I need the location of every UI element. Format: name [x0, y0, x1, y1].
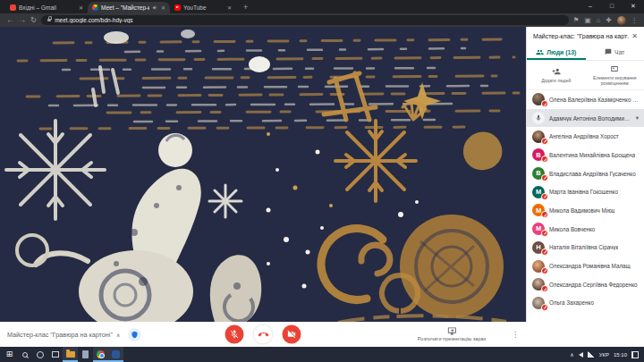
tab-gmail[interactable]: Вхідні – Gmail ✕ — [5, 2, 88, 13]
mic-off-badge — [541, 211, 548, 218]
tab-people[interactable]: Люди (13) — [527, 44, 586, 60]
participant-name: Адамчук Антоніна Володими… — [549, 115, 630, 122]
tab-title: Meet – "Майстер-клас "Грав…" — [101, 4, 149, 11]
cast-icon[interactable]: ▣ — [585, 16, 591, 24]
participant-name: Микола Вовченко — [549, 226, 595, 232]
participant-row-self[interactable]: Адамчук Антоніна Володими… ▾ — [527, 109, 644, 128]
search-icon — [22, 352, 28, 358]
meeting-name[interactable]: Майстер-клас "Гравюра на картоні" — [7, 331, 113, 339]
participant-row[interactable]: Ольга Захаренко — [527, 294, 644, 313]
reload-icon[interactable]: ↻ — [30, 16, 37, 24]
mic-off-badge — [541, 248, 548, 256]
task-view-button[interactable] — [47, 347, 63, 362]
avatar — [532, 260, 545, 273]
maximize-button[interactable]: □ — [601, 0, 623, 13]
minimize-button[interactable]: – — [580, 0, 601, 13]
tab-close-icon[interactable]: ✕ — [161, 4, 165, 11]
host-controls-icon — [610, 64, 619, 73]
url-text[interactable]: meet.google.com/bdn-hdy-vqs — [55, 17, 132, 23]
more-options-icon[interactable]: ⋮ — [512, 331, 519, 339]
file-explorer-button[interactable] — [63, 347, 78, 362]
participant-row[interactable]: Олександра Романівна Малащ — [527, 257, 644, 275]
participant-row[interactable]: Ангеліна Андріївна Хорост — [527, 127, 644, 146]
participant-row[interactable]: Олександра Сергіївна Федоренко — [527, 275, 644, 294]
blue-app-icon — [112, 350, 120, 358]
present-now-button[interactable]: Розпочати презентацію зараз — [418, 327, 486, 341]
people-panel: Майстер-клас: "Гравюра на карт… ✕ Люди (… — [526, 27, 644, 322]
folder-icon — [66, 351, 75, 358]
mic-toggle-button[interactable] — [225, 325, 244, 344]
home-icon[interactable]: ⌂ — [597, 16, 601, 24]
add-people-button[interactable]: Додати людей — [527, 67, 586, 83]
participant-row[interactable]: Н Наталія Віталіївна Сірачук — [527, 239, 644, 257]
youtube-favicon-icon — [174, 4, 181, 11]
host-shield-button[interactable] — [128, 328, 141, 341]
close-window-button[interactable]: ✕ — [623, 0, 644, 13]
mic-off-badge — [541, 100, 548, 107]
participant-row[interactable]: М Микола Вадимович Міюц — [527, 201, 644, 220]
address-bar[interactable]: meet.google.com/bdn-hdy-vqs — [41, 15, 569, 25]
bookmark-flag-icon[interactable]: ⚑ — [573, 16, 580, 24]
blue-app-button[interactable] — [108, 347, 123, 362]
shared-video — [0, 27, 526, 322]
host-controls-button[interactable]: Елементи керування розміщенням — [586, 64, 644, 87]
mic-off-icon — [230, 330, 240, 340]
new-tab-button[interactable]: + — [243, 3, 248, 13]
participant-row[interactable]: М Марта Іванівна Гокошенко — [527, 182, 644, 201]
tab-close-icon[interactable]: ✕ — [79, 4, 83, 11]
action-center-icon[interactable] — [631, 351, 639, 358]
mic-off-badge — [541, 267, 548, 274]
close-panel-icon[interactable]: ✕ — [631, 32, 638, 40]
participant-name: Владислава Андріївна Гусаченко — [549, 171, 636, 177]
hangup-button[interactable] — [254, 325, 273, 344]
tab-youtube[interactable]: YouTube ✕ — [170, 2, 236, 13]
avatar: В — [532, 167, 545, 180]
browser-menu-icon[interactable]: ⋮ — [631, 16, 639, 24]
avatar: Н — [532, 241, 545, 254]
avatar — [532, 297, 545, 309]
chat-tab-label: Чат — [614, 49, 624, 55]
toolbar-icons: ⚑ ▣ ⌂ ✚ ⋮ — [573, 16, 638, 25]
start-button[interactable]: ⊞ — [2, 347, 17, 362]
clock[interactable]: 15:10 — [614, 352, 627, 358]
participant-row[interactable]: В Владислава Андріївна Гусаченко — [527, 164, 644, 183]
volume-icon[interactable] — [579, 352, 583, 358]
search-button[interactable] — [17, 347, 32, 362]
camera-toggle-button[interactable] — [283, 325, 301, 344]
mic-icon — [535, 114, 542, 122]
participant-row[interactable]: М Микола Вовченко — [527, 220, 644, 239]
tab-audio-icon[interactable] — [152, 4, 158, 11]
system-tray: ∧ УКР 15:10 — [570, 351, 642, 358]
calculator-button[interactable] — [78, 347, 93, 362]
avatar: М — [532, 223, 545, 235]
profile-avatar[interactable] — [617, 16, 626, 25]
browser-tabstrip: Вхідні – Gmail ✕ Meet – "Майстер-клас "Г… — [0, 0, 644, 13]
participant-name: Олександра Романівна Малащ — [549, 263, 631, 269]
tab-chat[interactable]: Чат — [586, 44, 644, 60]
mic-off-badge — [541, 193, 548, 200]
participant-row[interactable]: Олена Валеріївна Казімірченко (ві… — [527, 90, 644, 109]
tab-meet[interactable]: Meet – "Майстер-клас "Грав…" ✕ — [88, 2, 170, 13]
participant-name: Ангеліна Андріївна Хорост — [549, 133, 619, 139]
back-icon[interactable]: ← — [6, 16, 14, 24]
hidden-icons-chevron[interactable]: ∧ — [570, 351, 573, 358]
avatar — [532, 130, 545, 143]
chevron-down-icon[interactable]: ▾ — [636, 114, 639, 122]
people-icon — [536, 48, 544, 56]
cortana-button[interactable] — [32, 347, 47, 362]
windows-taskbar: ⊞ ∧ УКР 15:10 — [0, 347, 644, 362]
avatar — [532, 278, 545, 290]
network-icon[interactable] — [588, 351, 595, 358]
task-view-icon — [52, 351, 59, 358]
cortana-icon — [37, 351, 44, 358]
keyboard-language[interactable]: УКР — [599, 352, 609, 358]
chrome-button[interactable] — [93, 347, 108, 362]
participant-name: Валентина Михайлівна Брощена — [549, 152, 635, 158]
participant-row[interactable]: В Валентина Михайлівна Брощена — [527, 146, 644, 164]
forward-icon[interactable]: → — [19, 16, 27, 24]
tab-close-icon[interactable]: ✕ — [227, 4, 232, 11]
tab-title: YouTube — [183, 4, 225, 11]
window-controls: – □ ✕ — [580, 0, 644, 13]
chevron-up-icon[interactable]: ∧ — [116, 332, 120, 338]
extensions-icon[interactable]: ✚ — [606, 16, 611, 24]
